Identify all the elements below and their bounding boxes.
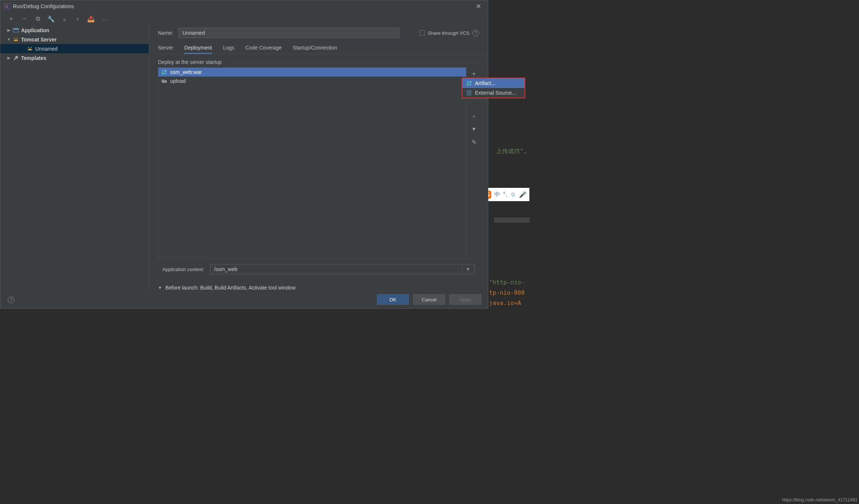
context-value: /ssm_web [214,266,238,272]
svg-rect-6 [162,72,164,74]
ime-punct-icon[interactable]: °, [503,191,507,198]
add-deploy-button[interactable]: + [469,70,478,78]
deploy-list[interactable]: ssm_web:war upload [158,67,466,258]
window-title: Run/Debug Configurations [13,3,74,9]
popup-item-label: External Source... [475,90,516,96]
tree-node-tomcat[interactable]: ▼ Tomcat Server [0,35,149,44]
chevron-down-icon: ▼ [462,266,471,272]
tab-code-coverage[interactable]: Code Coverage [245,42,282,54]
copy-config-button[interactable]: ⧉ [34,16,42,22]
expand-icon: ▶ [7,56,11,60]
add-deploy-popup: Artifact... External Source... [462,78,525,98]
intellij-icon: IJ [4,3,10,9]
application-context-row: Application context: /ssm_web ▼ [158,258,479,280]
cancel-button[interactable]: Cancel [413,294,445,305]
tree-node-templates[interactable]: ▶ Templates [0,53,149,62]
external-source-icon [466,90,472,96]
tree-label: Templates [21,55,46,61]
code-line: 上传成功", [489,141,530,155]
move-down-deploy-button[interactable]: ▾ [469,124,478,133]
tree-label: Unnamed [35,46,58,52]
before-launch-section[interactable]: ▼ Before launch: Build, Build Artifacts,… [154,280,484,291]
share-label: Share through VCS [428,30,469,36]
tab-deployment[interactable]: Deployment [184,42,212,54]
before-launch-label: Before launch: Build, Build Artifacts, A… [165,285,296,291]
watermark: https://blog.csdn.net/weixin_41711481 [782,497,858,503]
tree-label: Tomcat Server [21,37,57,43]
tomcat-icon [27,46,33,52]
artifact-icon [466,80,472,86]
popup-item-artifact[interactable]: Artifact... [462,78,525,88]
svg-text:IJ: IJ [5,4,8,9]
name-label: Name: [158,30,173,36]
tomcat-icon [13,37,19,43]
svg-rect-10 [467,84,469,85]
application-context-select[interactable]: /ssm_web ▼ [210,264,475,274]
close-button[interactable]: ✕ [473,1,484,12]
popup-item-external-source[interactable]: External Source... [462,88,525,98]
deploy-item[interactable]: ssm_web:war [158,68,466,77]
ime-lang[interactable]: 中 [494,191,500,199]
configurations-tree: ▶ Application ▼ Tomcat Server Unnamed ▶ … [0,26,149,291]
run-debug-configurations-dialog: IJ Run/Debug Configurations ✕ + − ⧉ 🔧 ▴ … [0,0,488,309]
code-line: "http-nio- [489,279,525,286]
svg-rect-3 [13,28,18,30]
svg-rect-11 [469,84,471,85]
context-label: Application context: [162,267,204,272]
tree-node-unnamed[interactable]: Unnamed [0,44,149,53]
svg-rect-4 [162,70,164,72]
ime-emoji-icon[interactable]: ☺ [510,191,516,198]
expand-icon: ▶ [7,28,11,32]
name-row: Name: Share through VCS ? [154,26,484,42]
tree-node-application[interactable]: ▶ Application [0,26,149,35]
code-line: java.io=A [489,300,521,307]
collapse-icon: ▼ [7,37,11,41]
collapse-icon: ▼ [158,285,162,290]
svg-rect-7 [165,72,166,74]
share-help-icon[interactable]: ? [472,30,479,36]
move-up-button[interactable]: ▴ [60,16,68,23]
wrench-icon [13,55,19,61]
dialog-footer: OK Cancel Apply [0,291,488,308]
add-config-button[interactable]: + [7,16,15,22]
tab-server[interactable]: Server [158,42,173,54]
folder-icon [161,78,167,84]
deploy-item-label: upload [170,78,186,84]
sort-button[interactable]: ↓ₐ [100,16,108,23]
titlebar: IJ Run/Debug Configurations ✕ [0,0,488,12]
toolbar: + − ⧉ 🔧 ▴ ▾ 📥 ↓ₐ [0,12,488,26]
svg-rect-5 [165,70,166,72]
application-icon [13,27,19,33]
deploy-item-label: ssm_web:war [170,69,202,75]
share-checkbox[interactable] [420,30,425,35]
tab-startup-connection[interactable]: Startup/Connection [293,42,337,54]
help-button[interactable]: ? [8,297,14,303]
configuration-editor: Name: Share through VCS ? Server Deploym… [149,26,488,291]
code-line: tp-nio-808 [489,289,525,296]
deploy-item[interactable]: upload [158,77,466,85]
svg-rect-8 [467,81,469,83]
tab-logs[interactable]: Logs [223,42,234,54]
tree-label: Application [21,27,49,33]
remove-config-button[interactable]: − [20,16,28,22]
ok-button[interactable]: OK [377,294,409,305]
edit-config-button[interactable]: 🔧 [47,16,55,23]
folder-button[interactable]: 📥 [87,16,95,23]
move-up-deploy-button[interactable]: ▴ [469,111,478,120]
ime-mic-icon[interactable]: 🎤 [519,191,526,198]
popup-item-label: Artifact... [475,80,495,86]
apply-button[interactable]: Apply [449,294,481,305]
tab-bar: Server Deployment Logs Code Coverage Sta… [154,42,484,54]
edit-deploy-button[interactable]: ✎ [469,138,478,146]
move-down-button[interactable]: ▾ [74,16,82,23]
deploy-section-label: Deploy at the server startup [158,59,479,65]
name-input[interactable] [178,28,400,38]
artifact-icon [161,69,167,75]
svg-rect-9 [469,81,471,83]
editor-minimap-block [494,217,530,223]
